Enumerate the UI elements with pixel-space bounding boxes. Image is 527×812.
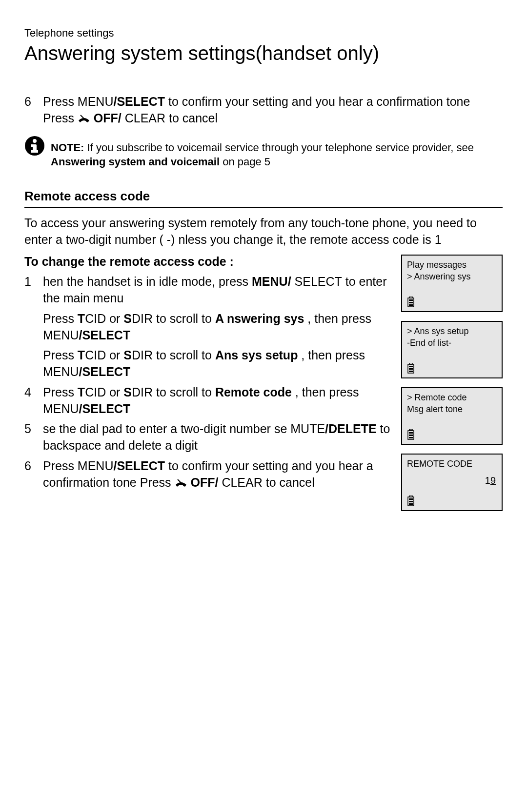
svg-rect-4 [31, 144, 35, 147]
steps-column: To change the remote access code : 1 hen… [24, 255, 392, 520]
section-heading: Remote access code [24, 189, 503, 208]
lcd-screen-1: Play messages > Answering sys [401, 255, 503, 312]
battery-icon [407, 363, 415, 374]
svg-rect-21 [409, 437, 413, 438]
svg-rect-19 [409, 432, 413, 434]
svg-rect-11 [409, 304, 413, 306]
svg-rect-15 [409, 368, 413, 370]
lcd-column: Play messages > Answering sys > Ans sys … [401, 255, 503, 520]
svg-rect-20 [409, 435, 413, 436]
battery-icon [407, 495, 415, 506]
svg-rect-24 [409, 498, 413, 500]
svg-rect-16 [409, 371, 413, 372]
battery-icon [407, 297, 415, 307]
step-1: 1 hen the handset is in idle mode, press… [24, 274, 392, 307]
lcd-screen-2: > Ans sys setup -End of list- [401, 321, 503, 378]
lcd-screen-4: REMOTE CODE 19 [401, 454, 503, 511]
svg-rect-25 [409, 501, 413, 502]
step-5: 5 se the dial pad to enter a two-digit n… [24, 421, 392, 454]
step-3: Press TCID or SDIR to scroll to Ans sys … [43, 347, 392, 380]
breadcrumb: Telephone settings [24, 27, 503, 40]
phone-off-icon [78, 114, 90, 123]
svg-rect-10 [409, 302, 413, 303]
step-number: 6 [24, 94, 37, 127]
top-step: 6 Press MENU/SELECT to confirm your sett… [24, 94, 503, 127]
svg-rect-14 [409, 366, 413, 367]
sub-heading: To change the remote access code : [24, 255, 392, 269]
note-block: NOTE: If you subscribe to voicemail serv… [24, 136, 503, 169]
step-6: 6 Press MENU/SELECT to confirm your sett… [24, 458, 392, 491]
svg-rect-5 [31, 150, 38, 153]
step-body: Press MENU/SELECT to confirm your settin… [43, 94, 503, 127]
page-title: Answering system settings(handset only) [24, 42, 503, 64]
info-icon [24, 136, 45, 156]
step-4: 4 Press TCID or SDIR to scroll to Remote… [24, 384, 392, 417]
battery-icon [407, 429, 415, 440]
section-paragraph: To access your answering system remotely… [24, 215, 503, 248]
note-text: NOTE: If you subscribe to voicemail serv… [51, 136, 503, 169]
remote-code-value: 19 [485, 475, 496, 486]
svg-rect-26 [409, 503, 413, 505]
lcd-screen-3: > Remote code Msg alert tone [401, 387, 503, 445]
svg-point-2 [33, 139, 37, 143]
step-2: Press TCID or SDIR to scroll to A nsweri… [43, 311, 392, 344]
svg-rect-9 [409, 299, 413, 301]
phone-off-icon [175, 478, 187, 488]
